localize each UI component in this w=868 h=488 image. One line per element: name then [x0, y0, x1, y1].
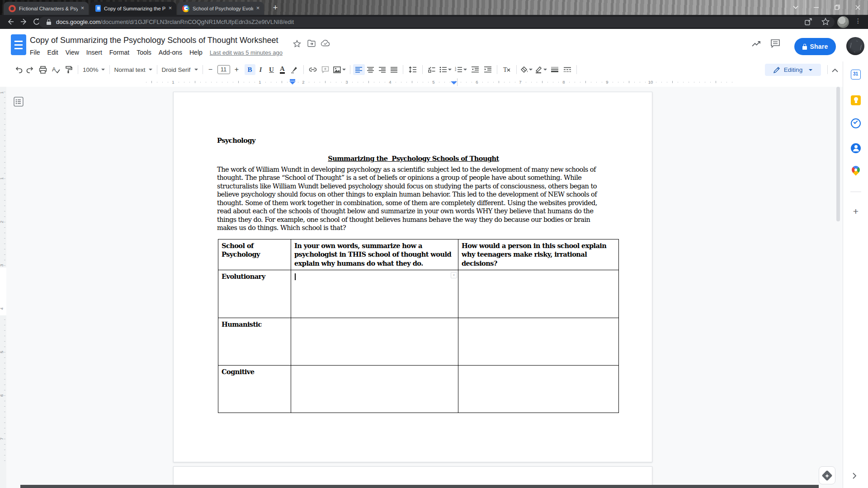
add-addon-button[interactable]: +: [851, 206, 861, 217]
browser-menu-icon[interactable]: ⋮: [855, 17, 861, 24]
contacts-icon[interactable]: [851, 143, 861, 153]
cell-cognitive-explain[interactable]: [458, 365, 619, 413]
insert-image-button[interactable]: [332, 64, 347, 75]
browser-profile-avatar[interactable]: [837, 16, 849, 28]
zoom-select[interactable]: 100%: [81, 64, 107, 75]
right-indent-marker[interactable]: [451, 81, 457, 84]
google-docs-icon[interactable]: [11, 34, 26, 55]
undo-button[interactable]: [13, 64, 24, 75]
account-avatar[interactable]: [846, 37, 864, 55]
font-size-field[interactable]: 11: [216, 64, 232, 75]
add-comment-button[interactable]: [319, 64, 332, 75]
table-header-school[interactable]: School of Psychology: [218, 239, 291, 270]
redo-button[interactable]: [24, 64, 36, 75]
menu-help[interactable]: Help: [186, 47, 206, 58]
cell-humanistic-explain[interactable]: [458, 318, 619, 365]
document-outline-icon[interactable]: [14, 97, 24, 108]
paint-format-button[interactable]: [62, 64, 75, 75]
window-minimize-button[interactable]: [806, 0, 826, 14]
doc-heading[interactable]: Summarizing the Psychology Schools of Th…: [217, 155, 610, 163]
vertical-ruler[interactable]: 1 1 2 3 4 5 6 7: [0, 87, 6, 488]
line-spacing-button[interactable]: [406, 64, 420, 75]
tab-close-icon[interactable]: ×: [255, 5, 261, 12]
styles-select[interactable]: Normal text: [113, 64, 154, 75]
border-color-button[interactable]: [534, 64, 548, 75]
worksheet-table[interactable]: School of Psychology In your own words, …: [218, 239, 619, 413]
left-indent-marker[interactable]: [289, 79, 296, 85]
insights-icon[interactable]: [751, 40, 761, 48]
menu-view[interactable]: View: [62, 47, 83, 58]
window-close-button[interactable]: [847, 0, 868, 14]
cloud-status-icon[interactable]: [321, 40, 329, 48]
print-button[interactable]: [36, 64, 50, 75]
italic-button[interactable]: I: [255, 64, 266, 75]
increase-font-button[interactable]: +: [232, 64, 242, 75]
move-folder-icon[interactable]: [307, 40, 316, 48]
table-header-explain[interactable]: How would a person in this school explai…: [458, 239, 619, 270]
url-text[interactable]: docs.google.com/document/d/1GJFCFLN3rcla…: [56, 19, 294, 25]
highlight-color-button[interactable]: [288, 64, 301, 75]
new-tab-button[interactable]: +: [269, 2, 281, 14]
keep-icon[interactable]: [851, 95, 861, 105]
tasks-icon[interactable]: [851, 118, 861, 128]
menu-edit[interactable]: Edit: [44, 47, 62, 58]
bookmark-star-icon[interactable]: [821, 18, 830, 26]
clear-formatting-button[interactable]: T: [500, 64, 514, 75]
spellcheck-button[interactable]: A: [50, 64, 62, 75]
align-center-button[interactable]: [365, 64, 377, 75]
window-restore-button[interactable]: [826, 0, 847, 14]
menu-tools[interactable]: Tools: [133, 47, 155, 58]
bold-button[interactable]: B: [245, 64, 255, 75]
cell-evolutionary-explain[interactable]: [458, 270, 619, 318]
tab-close-icon[interactable]: ×: [79, 5, 86, 12]
align-right-button[interactable]: [377, 64, 388, 75]
horizontal-scrollbar[interactable]: [20, 485, 819, 488]
explore-button[interactable]: [819, 466, 835, 484]
text-color-button[interactable]: A: [277, 64, 288, 75]
row-label-cognitive[interactable]: Cognitive: [218, 365, 291, 413]
cell-humanistic-summary[interactable]: [291, 318, 458, 365]
forward-icon[interactable]: [20, 18, 28, 26]
menu-addons[interactable]: Add-ons: [155, 47, 186, 58]
align-left-button[interactable]: [353, 64, 365, 75]
fill-color-button[interactable]: [519, 64, 534, 75]
decrease-font-button[interactable]: −: [206, 64, 216, 75]
cell-dropdown-icon[interactable]: ▼: [451, 272, 457, 278]
document-page-1[interactable]: Psychology Summarizing the Psychology Sc…: [173, 92, 652, 462]
cell-cognitive-summary[interactable]: [291, 365, 458, 413]
insert-link-button[interactable]: [307, 64, 319, 75]
expand-panel-chevron-icon[interactable]: [852, 473, 859, 479]
menu-file[interactable]: File: [26, 47, 44, 58]
border-dash-button[interactable]: [561, 64, 574, 75]
calendar-icon[interactable]: 31: [851, 70, 861, 80]
menu-insert[interactable]: Insert: [83, 47, 106, 58]
share-button[interactable]: Share: [794, 38, 836, 55]
decrease-indent-button[interactable]: [469, 64, 481, 75]
doc-paragraph[interactable]: The work of William Wundt in developing …: [217, 165, 610, 232]
justify-button[interactable]: [388, 64, 400, 75]
doc-text-psychology[interactable]: Psychology: [217, 136, 610, 145]
horizontal-ruler[interactable]: 1 1 2 3 4 5 6 7 8 9 10: [0, 78, 843, 87]
hide-menus-chevron-icon[interactable]: [832, 66, 839, 73]
back-icon[interactable]: [6, 18, 14, 26]
share-page-icon[interactable]: [805, 18, 813, 26]
star-icon[interactable]: [293, 40, 301, 48]
tab-close-icon[interactable]: ×: [167, 5, 174, 12]
last-edit-link[interactable]: Last edit was 5 minutes ago: [210, 47, 283, 58]
cell-evolutionary-summary[interactable]: ▼: [291, 270, 458, 318]
tab-copy-of-summarizing[interactable]: Copy of Summarizing the Psych ×: [90, 2, 176, 15]
vertical-scrollbar[interactable]: [836, 87, 840, 221]
font-select[interactable]: Droid Serif: [160, 64, 200, 75]
document-title[interactable]: Copy of Summarizing the Psychology Schoo…: [30, 36, 278, 45]
window-chevron-button[interactable]: [785, 0, 806, 14]
tab-fictional-characters[interactable]: Fictional Characters & Psycholog ×: [4, 2, 89, 15]
row-label-evolutionary[interactable]: Evolutionary: [218, 270, 291, 318]
border-width-button[interactable]: [548, 64, 561, 75]
underline-button[interactable]: U: [266, 64, 277, 75]
maps-icon[interactable]: [850, 164, 861, 175]
numbered-list-button[interactable]: 12: [453, 64, 469, 75]
tab-school-of-psychology[interactable]: School of Psychology Evolutiona ×: [177, 2, 264, 15]
editing-mode-select[interactable]: Editing: [765, 64, 821, 76]
table-header-summarize[interactable]: In your own words, summarize how a psych…: [291, 239, 458, 270]
bulleted-list-button[interactable]: [438, 64, 453, 75]
